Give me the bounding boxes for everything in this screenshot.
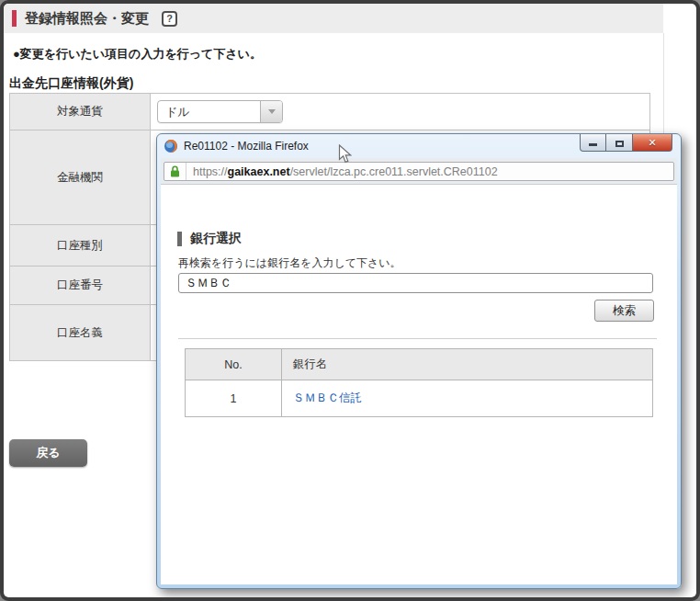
results-header-row: No. 銀行名 [186, 349, 653, 380]
divider [178, 338, 657, 339]
currency-select-value: ドル [158, 101, 260, 122]
row-value-currency: ドル [151, 94, 650, 130]
search-button[interactable]: 検索 [594, 300, 654, 322]
section-heading: 出金先口座情報(外貨) [9, 75, 133, 92]
url-toolbar: https://gaikaex.net/servlet/lzca.pc.cre0… [161, 158, 677, 185]
url-path: /servlet/lzca.pc.cre011.servlet.CRe01102 [290, 165, 498, 178]
content-right-edge [663, 33, 664, 133]
row-label-account-holder: 口座名義 [10, 305, 151, 361]
result-no: 1 [186, 380, 282, 417]
main-instruction: ●変更を行いたい項目の入力を行って下さい。 [13, 46, 262, 62]
row-label-account-type: 口座種別 [10, 225, 151, 266]
popup-window-title: Re01102 - Mozilla Firefox [184, 140, 309, 153]
row-label-account-number: 口座番号 [10, 266, 151, 305]
popup-titlebar[interactable]: Re01102 - Mozilla Firefox ✕ [157, 134, 681, 158]
row-label-institution: 金融機関 [10, 130, 151, 225]
browser-viewport: 登録情報照会・変更 ? ●変更を行いたい項目の入力を行って下さい。 出金先口座情… [4, 4, 696, 597]
table-row: 対象通貨 ドル [10, 94, 650, 130]
window-controls: ✕ [580, 134, 672, 152]
minimize-icon [589, 143, 597, 146]
maximize-icon [615, 141, 624, 147]
url-field[interactable]: https://gaikaex.net/servlet/lzca.pc.cre0… [164, 162, 674, 181]
back-button[interactable]: 戻る [9, 439, 87, 467]
bank-results-table: No. 銀行名 1 ＳＭＢＣ信託 [185, 348, 653, 417]
lock-icon [164, 163, 186, 180]
bank-name-input[interactable] [178, 273, 653, 293]
url-text: https://gaikaex.net/servlet/lzca.pc.cre0… [193, 165, 498, 178]
red-accent-bar [12, 10, 17, 27]
url-domain: gaikaex.net [228, 165, 290, 178]
page-title: 登録情報照会・変更 [25, 10, 149, 28]
result-bank-cell: ＳＭＢＣ信託 [282, 380, 653, 417]
row-label-currency: 対象通貨 [10, 94, 151, 130]
firefox-icon [164, 139, 178, 153]
column-header-no: No. [186, 349, 282, 380]
bank-select-title: 銀行選択 [190, 231, 242, 247]
gray-accent-bar [177, 232, 182, 246]
bank-link[interactable]: ＳＭＢＣ信託 [293, 391, 362, 404]
popup-window: Re01102 - Mozilla Firefox ✕ https://gaik… [156, 133, 682, 589]
currency-select[interactable]: ドル [157, 100, 283, 123]
popup-content: 銀行選択 再検索を行うには銀行名を入力して下さい。 検索 No. 銀行名 1 Ｓ… [161, 185, 677, 584]
popup-instruction: 再検索を行うには銀行名を入力して下さい。 [178, 255, 401, 271]
maximize-button[interactable] [606, 134, 632, 152]
column-header-bank: 銀行名 [282, 349, 653, 380]
bank-select-header: 銀行選択 [177, 231, 242, 247]
help-icon[interactable]: ? [162, 11, 177, 27]
page-header: 登録情報照会・変更 ? [4, 4, 663, 33]
close-button[interactable]: ✕ [632, 134, 672, 152]
chevron-down-icon [260, 101, 282, 122]
minimize-button[interactable] [580, 134, 606, 152]
results-row: 1 ＳＭＢＣ信託 [186, 380, 653, 417]
url-scheme: https:// [193, 165, 228, 178]
